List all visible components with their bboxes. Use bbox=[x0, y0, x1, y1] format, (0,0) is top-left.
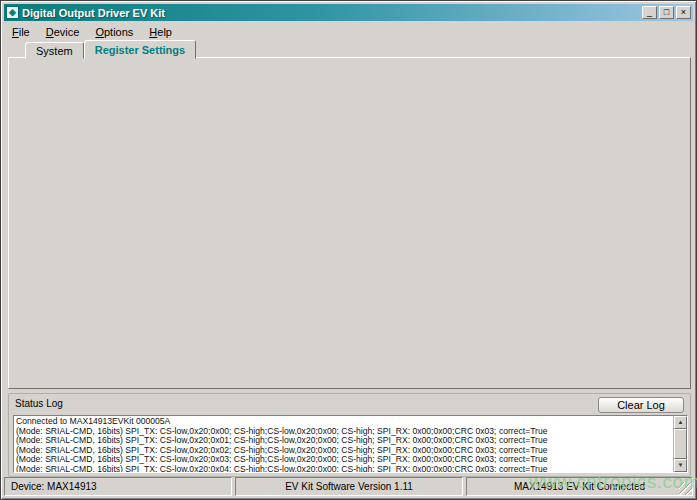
app-icon: ◈ bbox=[6, 6, 19, 19]
close-icon[interactable]: × bbox=[676, 6, 691, 19]
scroll-up-icon[interactable]: ▲ bbox=[674, 416, 687, 429]
status-log-lines: Connected to MAX14913EVKit 000005A(Mode:… bbox=[14, 416, 673, 472]
status-log-scrollbar[interactable]: ▲▼ bbox=[673, 416, 687, 472]
menu-item-help[interactable]: Help bbox=[141, 24, 180, 40]
tabstrip: SystemRegister Settings bbox=[25, 40, 196, 58]
minimize-icon[interactable]: _ bbox=[642, 6, 657, 19]
statusbar-version: EV Kit Software Version 1.11 bbox=[235, 477, 463, 496]
scroll-thumb[interactable] bbox=[674, 429, 687, 459]
menu-item-device[interactable]: Device bbox=[38, 24, 88, 40]
menubar: FileDeviceOptionsHelp bbox=[4, 22, 693, 41]
clear-log-button[interactable]: Clear Log bbox=[598, 397, 684, 413]
status-log-panel: Status Log Clear Log Connected to MAX149… bbox=[8, 393, 691, 477]
maximize-icon[interactable]: □ bbox=[659, 6, 674, 19]
watermark: www.cntropics.com bbox=[529, 471, 697, 493]
tab-page-register-settings bbox=[8, 57, 691, 389]
titlebar[interactable]: ◈ Digital Output Driver EV Kit _ □ × bbox=[4, 4, 693, 21]
tab-register-settings[interactable]: Register Settings bbox=[84, 40, 196, 59]
menu-item-options[interactable]: Options bbox=[87, 24, 141, 40]
statusbar-device: Device: MAX14913 bbox=[4, 477, 232, 496]
status-log-label: Status Log bbox=[15, 398, 63, 409]
window-title: Digital Output Driver EV Kit bbox=[22, 7, 642, 19]
status-log-box: Connected to MAX14913EVKit 000005A(Mode:… bbox=[13, 415, 688, 473]
tab-system[interactable]: System bbox=[25, 42, 84, 59]
menu-item-file[interactable]: File bbox=[4, 24, 38, 40]
app-window: ◈ Digital Output Driver EV Kit _ □ × Fil… bbox=[0, 0, 697, 500]
